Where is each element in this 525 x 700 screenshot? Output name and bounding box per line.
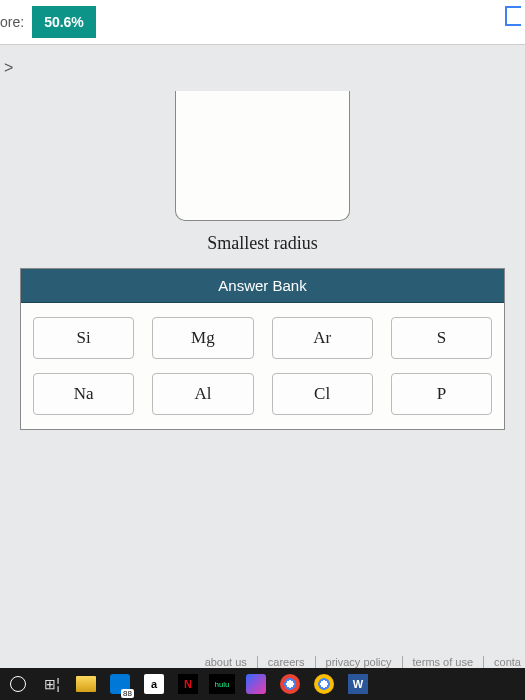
hulu-icon[interactable]: hulu	[208, 672, 236, 696]
amazon-icon[interactable]: a	[140, 672, 168, 696]
chrome-icon[interactable]	[276, 672, 304, 696]
element-tile[interactable]: Mg	[152, 317, 253, 359]
answer-bank-title: Answer Bank	[21, 269, 504, 303]
element-tile[interactable]: Si	[33, 317, 134, 359]
footer-links: about us careers privacy policy terms of…	[195, 656, 525, 668]
element-tile[interactable]: Ar	[272, 317, 373, 359]
taskbar: ⊞¦ 88 a N hulu W	[0, 668, 525, 700]
edge-badge: 88	[121, 689, 134, 698]
word-icon[interactable]: W	[344, 672, 372, 696]
footer-link[interactable]: privacy policy	[316, 656, 403, 668]
next-chevron-icon[interactable]: >	[4, 59, 13, 76]
element-tile[interactable]: P	[391, 373, 492, 415]
task-view-icon[interactable]: ⊞¦	[38, 672, 66, 696]
cortana-icon[interactable]	[4, 672, 32, 696]
element-tile[interactable]: Al	[152, 373, 253, 415]
score-label: ore:	[0, 14, 24, 30]
page-icon[interactable]	[505, 6, 521, 26]
footer-link[interactable]: careers	[258, 656, 316, 668]
drop-zone-smallest[interactable]	[175, 91, 350, 221]
pandora-icon[interactable]	[242, 672, 270, 696]
footer-link[interactable]: terms of use	[403, 656, 485, 668]
file-explorer-icon[interactable]	[72, 672, 100, 696]
score-value: 50.6%	[32, 6, 96, 38]
netflix-icon[interactable]: N	[174, 672, 202, 696]
element-tile[interactable]: S	[391, 317, 492, 359]
answer-bank: Answer Bank Si Mg Ar S Na Al Cl P	[20, 268, 505, 430]
smallest-radius-label: Smallest radius	[20, 233, 505, 254]
chrome-icon[interactable]	[310, 672, 338, 696]
element-tile[interactable]: Na	[33, 373, 134, 415]
element-tile[interactable]: Cl	[272, 373, 373, 415]
footer-link[interactable]: about us	[195, 656, 258, 668]
footer-link[interactable]: conta	[484, 656, 525, 668]
edge-icon[interactable]: 88	[106, 672, 134, 696]
